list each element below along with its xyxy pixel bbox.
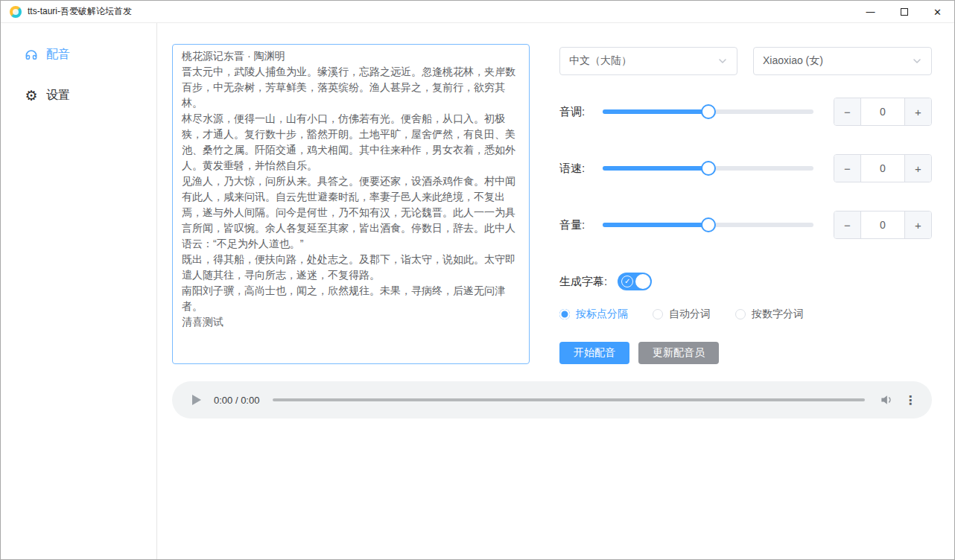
tts-text-input[interactable]: 桃花源记东晋 · 陶渊明 晋太元中，武陵人捕鱼为业。缘溪行，忘路之远近。忽逢桃花… [172,44,530,364]
decrease-button[interactable]: − [834,211,861,238]
pitch-row: 音调: − 0 + [559,98,932,126]
audio-player: 0:00 / 0:00 ⋮ [172,381,932,419]
volume-value[interactable]: 0 [861,211,904,238]
pitch-slider[interactable] [603,104,813,119]
sidebar-item-label: 配音 [46,47,70,63]
speed-slider-thumb[interactable] [701,161,716,176]
seek-bar[interactable] [273,398,865,401]
radio-split-auto[interactable]: 自动分词 [653,308,711,321]
speed-label: 语速: [559,162,603,176]
radio-split-punctuation[interactable]: 按标点分隔 [559,308,628,321]
app-logo-icon [10,6,22,18]
volume-slider[interactable] [603,217,813,232]
chevron-down-icon [912,56,922,66]
volume-icon[interactable] [877,390,896,410]
check-icon: ✓ [621,276,633,287]
pitch-value[interactable]: 0 [861,98,904,125]
increase-button[interactable]: + [904,98,931,125]
radio-label: 自动分词 [669,308,711,321]
sidebar-item-settings[interactable]: ⚙ 设置 [1,85,156,106]
sidebar-item-label: 设置 [46,88,70,104]
speed-row: 语速: − 0 + [559,154,932,182]
headphones-icon [24,47,39,62]
decrease-button[interactable]: − [834,98,861,125]
increase-button[interactable]: + [904,211,931,238]
decrease-button[interactable]: − [834,155,861,182]
titlebar: tts-tauri-吾爱破解论坛首发 — ✕ [1,1,954,23]
sidebar: 配音 ⚙ 设置 [1,23,157,559]
pitch-stepper: − 0 + [834,98,932,126]
speed-slider[interactable] [603,161,813,176]
speed-value[interactable]: 0 [861,155,904,182]
split-mode-group: 按标点分隔 自动分词 按数字分词 [559,305,804,324]
volume-label: 音量: [559,218,603,232]
speed-stepper: − 0 + [834,154,932,182]
time-display: 0:00 / 0:00 [214,395,259,406]
app-window: tts-tauri-吾爱破解论坛首发 — ✕ 配音 ⚙ 设置 [0,0,955,560]
radio-label: 按标点分隔 [576,308,628,321]
chevron-down-icon [717,56,728,66]
play-icon[interactable] [187,390,206,410]
start-dubbing-button[interactable]: 开始配音 [559,342,629,364]
close-button[interactable]: ✕ [921,1,954,23]
maximize-icon [901,8,908,16]
toggle-knob [635,274,650,289]
gear-icon: ⚙ [24,88,39,103]
radio-icon [653,309,663,319]
voice-select-value: Xiaoxiao (女) [763,54,907,68]
pitch-slider-thumb[interactable] [701,104,716,119]
player-menu-icon[interactable]: ⋮ [902,390,918,410]
maximize-button[interactable] [887,1,921,23]
radio-icon [559,309,570,319]
action-buttons: 开始配音 更新配音员 [559,342,719,364]
volume-stepper: − 0 + [834,211,932,239]
radio-icon [735,309,746,319]
update-voices-button[interactable]: 更新配音员 [638,342,719,364]
voice-select[interactable]: Xiaoxiao (女) [753,47,932,75]
pitch-label: 音调: [559,105,603,119]
radio-label: 按数字分词 [752,308,804,321]
increase-button[interactable]: + [904,155,931,182]
window-controls: — ✕ [854,1,954,23]
window-title: tts-tauri-吾爱破解论坛首发 [28,5,132,18]
minimize-button[interactable]: — [854,1,887,23]
volume-slider-thumb[interactable] [701,217,716,232]
subtitle-toggle[interactable]: ✓ [618,273,652,290]
language-select[interactable]: 中文（大陆） [559,47,737,75]
volume-row: 音量: − 0 + [559,211,932,239]
radio-split-number[interactable]: 按数字分词 [735,308,804,321]
sidebar-item-dubbing[interactable]: 配音 [1,44,156,65]
main-content: 桃花源记东晋 · 陶渊明 晋太元中，武陵人捕鱼为业。缘溪行，忘路之远近。忽逢桃花… [157,23,954,559]
subtitle-label: 生成字幕: [559,275,607,289]
language-select-value: 中文（大陆） [569,54,713,68]
subtitle-row: 生成字幕: ✓ [559,271,652,292]
